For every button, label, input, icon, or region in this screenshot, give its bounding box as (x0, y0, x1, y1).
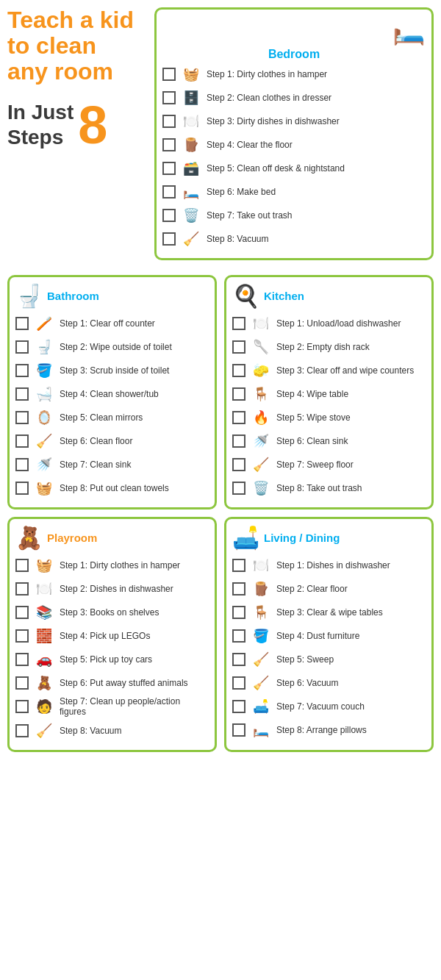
checkbox[interactable] (15, 317, 29, 330)
checkbox[interactable] (162, 115, 176, 128)
checkbox[interactable] (232, 606, 245, 619)
list-item: 🪵Step 2: Clear floor (232, 579, 426, 599)
checkbox[interactable] (15, 559, 29, 572)
step-text: Step 7: Clean sink (60, 459, 131, 470)
bathroom-title: Bathroom (47, 290, 99, 302)
checkbox[interactable] (232, 582, 245, 595)
step-icon: 🪵 (179, 135, 203, 155)
checkbox[interactable] (15, 653, 29, 666)
step-text: Step 4: Clean shower/tub (60, 389, 159, 399)
step-icon: 🧺 (32, 555, 56, 576)
step-icon: 🪣 (249, 626, 273, 646)
checkbox[interactable] (162, 68, 176, 81)
checkbox[interactable] (232, 387, 245, 401)
checkbox[interactable] (15, 582, 29, 595)
checkbox[interactable] (162, 185, 176, 198)
checkbox[interactable] (15, 411, 29, 424)
step-icon: 🧹 (32, 431, 56, 451)
playroom-title: Playroom (47, 532, 97, 544)
steps-word: Steps (7, 126, 63, 149)
step-text: Step 4: Clear the floor (207, 140, 293, 150)
step-icon: 🧺 (179, 64, 203, 85)
bathroom-panel: 🚽 Bathroom 🪥Step 1: Clear off counter🚽St… (7, 275, 217, 509)
list-item: 🪞Step 5: Clean mirrors (15, 407, 209, 428)
step-text: Step 2: Clean clothes in dresser (207, 93, 331, 103)
checkbox[interactable] (15, 629, 29, 643)
checkbox[interactable] (15, 340, 29, 354)
checkbox[interactable] (15, 458, 29, 471)
checkbox[interactable] (162, 209, 176, 222)
checkbox[interactable] (232, 653, 245, 666)
step-icon: 🗄️ (179, 87, 203, 108)
list-item: 🚗Step 5: Pick up toy cars (15, 649, 209, 670)
title-line1: Teach a kid (7, 7, 134, 33)
checkbox[interactable] (15, 676, 29, 690)
checkbox[interactable] (232, 559, 245, 572)
bedroom-checklist: 🧺Step 1: Dirty clothes in hamper🗄️Step 2… (162, 64, 426, 249)
bathroom-header: 🚽 Bathroom (15, 283, 209, 309)
list-item: 🛁Step 4: Clean shower/tub (15, 384, 209, 404)
title-line2: to clean (7, 32, 96, 59)
checkbox[interactable] (232, 434, 245, 448)
step-text: Step 5: Pick up toy cars (60, 654, 152, 665)
checkbox[interactable] (15, 482, 29, 495)
step-icon: 🧑 (32, 696, 56, 717)
list-item: 🧑Step 7: Clean up people/action figures (15, 696, 209, 718)
step-icon: 🧺 (32, 478, 56, 498)
checkbox[interactable] (162, 232, 176, 246)
list-item: 🧹Step 7: Sweep floor (232, 454, 426, 475)
step-text: Step 8: Vacuum (60, 726, 122, 736)
checkbox[interactable] (15, 606, 29, 619)
checkbox[interactable] (15, 700, 29, 713)
step-text: Step 7: Take out trash (207, 210, 293, 221)
checkbox[interactable] (15, 724, 29, 737)
list-item: 🚿Step 6: Clean sink (232, 431, 426, 451)
list-item: 🧹Step 6: Clean floor (15, 431, 209, 451)
checkbox[interactable] (232, 340, 245, 354)
list-item: 🧺Step 8: Put out clean towels (15, 478, 209, 498)
list-item: 🚽Step 2: Wipe outside of toilet (15, 337, 209, 357)
checkbox[interactable] (162, 91, 176, 104)
step-text: Step 1: Unload/load dishwasher (276, 318, 401, 329)
playroom-header: 🧸 Playroom (15, 525, 209, 551)
step-text: Step 2: Clear floor (276, 584, 348, 594)
checkbox[interactable] (232, 317, 245, 330)
checkbox[interactable] (232, 364, 245, 377)
step-icon: 🪑 (249, 384, 273, 404)
step-icon: 🚿 (249, 431, 273, 451)
step-text: Step 3: Scrub inside of toilet (60, 365, 169, 376)
step-icon: 🧹 (249, 649, 273, 670)
step-icon: 🪵 (249, 579, 273, 599)
list-item: 🥄Step 2: Empty dish rack (232, 337, 426, 357)
checkbox[interactable] (232, 676, 245, 690)
list-item: 🗑️Step 8: Take out trash (232, 478, 426, 498)
checkbox[interactable] (232, 482, 245, 495)
list-item: 🧱Step 4: Pick up LEGOs (15, 626, 209, 646)
bedroom-panel: 🛏️ Bedroom 🧺Step 1: Dirty clothes in ham… (154, 7, 434, 260)
checkbox[interactable] (232, 700, 245, 713)
checkbox[interactable] (232, 458, 245, 471)
step-text: Step 6: Vacuum (276, 678, 339, 688)
checkbox[interactable] (15, 364, 29, 377)
bathroom-checklist: 🪥Step 1: Clear off counter🚽Step 2: Wipe … (15, 313, 209, 498)
list-item: 🪑Step 4: Wipe table (232, 384, 426, 404)
bathroom-icon: 🚽 (15, 283, 43, 309)
checkbox[interactable] (232, 723, 245, 737)
playroom-panel: 🧸 Playroom 🧺Step 1: Dirty clothes in ham… (7, 517, 217, 752)
checkbox[interactable] (232, 411, 245, 424)
step-icon: 🗑️ (249, 478, 273, 498)
step-text: Step 6: Make bed (207, 187, 276, 197)
list-item: 🧹Step 8: Vacuum (15, 720, 209, 741)
step-text: Step 5: Wipe stove (276, 412, 351, 423)
step-icon: 🧸 (32, 673, 56, 693)
step-icon: 🛁 (32, 384, 56, 404)
checkbox[interactable] (232, 629, 245, 643)
checkbox[interactable] (15, 434, 29, 448)
list-item: 🍽️Step 1: Dishes in dishwasher (232, 555, 426, 576)
checkbox[interactable] (15, 387, 29, 401)
checkbox[interactable] (162, 162, 176, 175)
checkbox[interactable] (162, 138, 176, 151)
step-text: Step 4: Pick up LEGOs (60, 631, 150, 641)
list-item: 🛏️Step 8: Arrange pillows (232, 720, 426, 740)
main-title: Teach a kid to clean any room (7, 7, 154, 85)
